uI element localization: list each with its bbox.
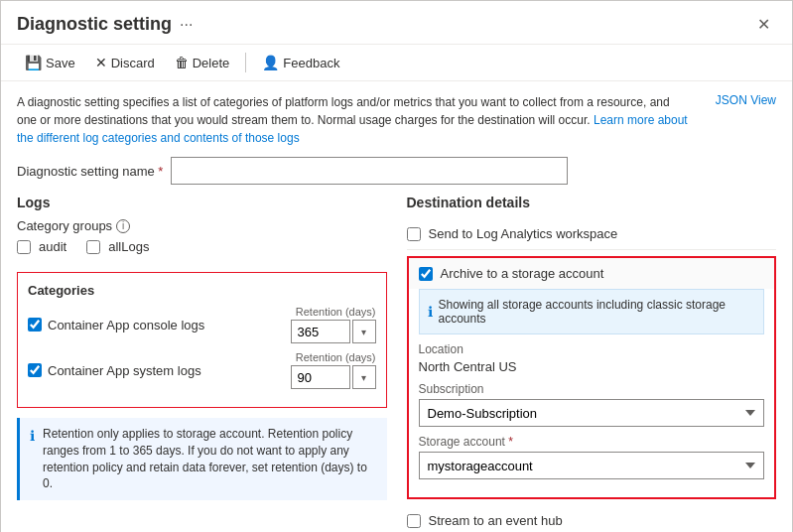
diagnostic-setting-dialog: Diagnostic setting ··· ✕ 💾 Save ✕ Discar… [0, 0, 793, 532]
dialog-header: Diagnostic setting ··· ✕ [1, 1, 792, 45]
event-hub-label: Stream to an event hub [429, 513, 563, 528]
subscription-label: Subscription [419, 382, 765, 396]
subscription-select[interactable]: Demo-Subscription [419, 399, 765, 427]
feedback-icon: 👤 [262, 55, 279, 70]
retention-dropdown-2[interactable]: ▾ [352, 365, 376, 389]
description-main: A diagnostic setting specifies a list of… [17, 95, 670, 127]
category-item-1-checkbox[interactable] [28, 318, 42, 332]
archive-checkbox[interactable] [419, 267, 433, 281]
category-item-1-label: Container App console logs [48, 318, 204, 332]
retention-input-row-1: ▾ [291, 320, 376, 343]
storage-account-select[interactable]: mystorageaccount [419, 452, 765, 479]
subscription-select-wrapper: Demo-Subscription [419, 399, 765, 427]
toolbar: 💾 Save ✕ Discard 🗑 Delete 👤 Feedback [1, 45, 792, 81]
close-button[interactable]: ✕ [751, 13, 776, 36]
title-row: Diagnostic setting ··· [17, 14, 193, 35]
toolbar-divider [245, 53, 246, 72]
discard-icon: ✕ [95, 55, 107, 70]
retention-info-text: Retention only applies to storage accoun… [43, 426, 377, 492]
delete-icon: 🗑 [175, 55, 189, 70]
categories-title: Categories [28, 283, 376, 298]
retention-label-2: Retention (days) [296, 351, 376, 363]
delete-button[interactable]: 🗑 Delete [167, 51, 238, 74]
dialog-title: Diagnostic setting [17, 14, 172, 35]
category-item-2: Container App system logs Retention (day… [28, 351, 376, 389]
archive-label: Archive to a storage account [441, 266, 604, 281]
info-box-icon: ℹ [30, 427, 35, 447]
archive-content: ℹ Showing all storage accounts including… [409, 289, 775, 497]
save-label: Save [46, 56, 75, 70]
diagnostic-setting-name-label: Diagnostic setting name [17, 164, 163, 179]
feedback-label: Feedback [283, 56, 339, 70]
main-columns: Logs Category groups i audit allLogs [17, 195, 776, 532]
destination-title: Destination details [407, 195, 777, 210]
retention-input-1[interactable] [291, 320, 350, 343]
diagnostic-setting-name-row: Diagnostic setting name [17, 157, 776, 185]
diagnostic-setting-name-input[interactable] [171, 157, 568, 185]
alllogs-checkbox-row: allLogs [86, 239, 149, 254]
log-analytics-row: Send to Log Analytics workspace [407, 218, 777, 250]
category-item-2-left: Container App system logs [28, 363, 201, 378]
storage-account-required-star: * [508, 435, 513, 449]
logs-section: Logs Category groups i audit allLogs [17, 195, 387, 532]
event-hub-checkbox[interactable] [407, 514, 421, 528]
archive-header: Archive to a storage account [409, 258, 775, 289]
retention-dropdown-1[interactable]: ▾ [352, 320, 376, 343]
category-item-2-checkbox[interactable] [28, 363, 42, 377]
retention-group-1: Retention (days) ▾ [291, 306, 376, 343]
description-text: A diagnostic setting specifies a list of… [17, 93, 692, 147]
alllogs-checkbox[interactable] [86, 240, 100, 254]
category-groups-title: Category groups i [17, 218, 387, 233]
description-row: A diagnostic setting specifies a list of… [17, 93, 776, 147]
storage-info-icon: ℹ [428, 304, 433, 320]
storage-account-select-wrapper: mystorageaccount [419, 452, 765, 479]
location-label: Location [419, 342, 765, 356]
location-group: Location North Central US [419, 342, 765, 374]
location-value: North Central US [419, 359, 765, 374]
categories-box: Categories Container App console logs Re… [17, 272, 387, 408]
storage-account-label: Storage account * [419, 435, 765, 449]
content-area: A diagnostic setting specifies a list of… [1, 81, 792, 532]
storage-info-box: ℹ Showing all storage accounts including… [419, 289, 765, 334]
category-item-2-label: Container App system logs [48, 363, 201, 378]
retention-input-2[interactable] [291, 365, 350, 389]
retention-label-1: Retention (days) [296, 306, 376, 318]
category-groups-info-icon[interactable]: i [116, 219, 130, 233]
log-analytics-label: Send to Log Analytics workspace [429, 226, 618, 241]
retention-group-2: Retention (days) ▾ [291, 351, 376, 389]
archive-storage-box: Archive to a storage account ℹ Showing a… [407, 256, 777, 499]
storage-account-group: Storage account * mystorageaccount [419, 435, 765, 479]
save-icon: 💾 [25, 55, 42, 70]
retention-input-row-2: ▾ [291, 365, 376, 389]
retention-info-box: ℹ Retention only applies to storage acco… [17, 418, 387, 500]
destination-section: Destination details Send to Log Analytic… [407, 195, 777, 532]
subscription-group: Subscription Demo-Subscription [419, 382, 765, 427]
event-hub-row: Stream to an event hub [407, 505, 777, 532]
delete-label: Delete [193, 56, 230, 70]
audit-checkbox[interactable] [17, 240, 31, 254]
feedback-button[interactable]: 👤 Feedback [254, 51, 347, 74]
alllogs-label: allLogs [108, 239, 149, 254]
audit-label: audit [39, 239, 66, 254]
discard-button[interactable]: ✕ Discard [87, 51, 163, 74]
discard-label: Discard [111, 56, 155, 70]
category-item-1: Container App console logs Retention (da… [28, 306, 376, 343]
logs-title: Logs [17, 195, 387, 210]
log-analytics-checkbox[interactable] [407, 227, 421, 241]
more-options-icon[interactable]: ··· [180, 16, 193, 34]
save-button[interactable]: 💾 Save [17, 51, 83, 74]
storage-info-text: Showing all storage accounts including c… [439, 298, 756, 326]
json-view-link[interactable]: JSON View [716, 93, 776, 107]
category-item-1-left: Container App console logs [28, 318, 204, 332]
audit-checkbox-row: audit [17, 239, 66, 254]
